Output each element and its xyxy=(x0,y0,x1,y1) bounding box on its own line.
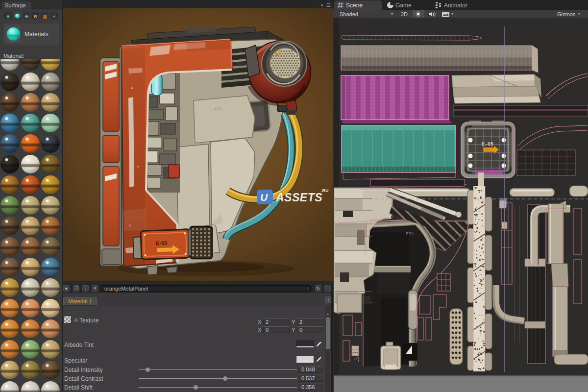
svg-text:573: 573 xyxy=(214,106,222,111)
svg-text:U: U xyxy=(260,192,268,203)
svg-text:ASSETS: ASSETS xyxy=(275,191,322,204)
svg-text:E-05: E-05 xyxy=(482,142,493,147)
svg-text:.RU: .RU xyxy=(321,188,329,193)
svg-text:E-03: E-03 xyxy=(156,240,168,246)
svg-text:E7A: E7A xyxy=(406,232,414,237)
